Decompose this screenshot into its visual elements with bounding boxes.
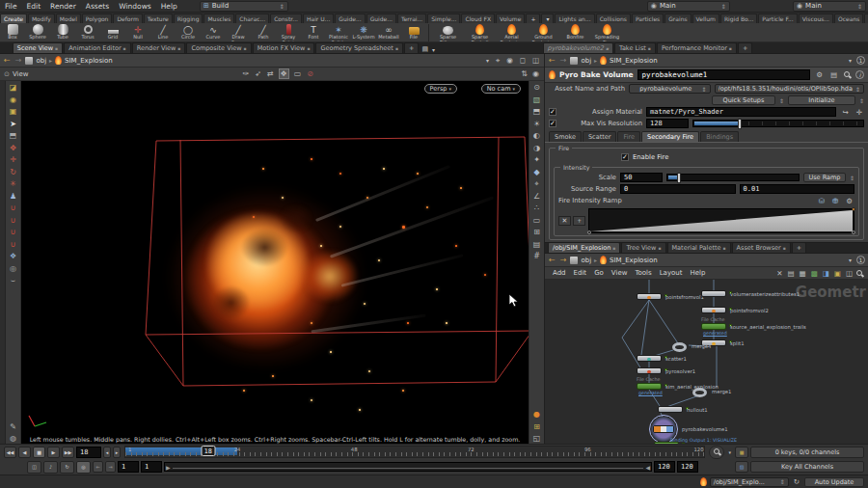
shelf-tab-charac[interactable]: Charac...: [235, 14, 269, 23]
jump-start-button[interactable]: ◀◀: [4, 447, 16, 458]
ramp-key-right[interactable]: [852, 207, 855, 211]
info-icon[interactable]: i: [855, 70, 864, 79]
shelf-tab-rigging[interactable]: Rigging: [174, 14, 203, 23]
shelf-tab-grains[interactable]: Grains: [665, 14, 691, 23]
color-palette-icon[interactable]: ▩: [809, 269, 820, 278]
net-breadcrumb-node[interactable]: SIM_Explosion: [610, 257, 658, 264]
network-tab-asset-browser[interactable]: Asset Browser▪: [732, 242, 791, 253]
normal-lighting-icon[interactable]: ◑: [533, 144, 540, 153]
shelf-tool-spray-paint[interactable]: Spray Paint: [276, 23, 301, 42]
network-node-pointsfromvol2[interactable]: pointsfromvol2: [701, 307, 726, 313]
net-pane-link-badge[interactable]: 1: [856, 256, 865, 264]
network-menu-layout[interactable]: Layout: [656, 267, 687, 280]
gallery-icon[interactable]: ▣: [10, 107, 17, 117]
network-box-icon[interactable]: ▣: [832, 269, 843, 278]
forward-icon[interactable]: →: [14, 56, 23, 65]
flipbook-icon[interactable]: ✎: [10, 422, 16, 432]
shelf-bowl-icon[interactable]: ⌣: [11, 276, 15, 285]
network-tab-obj-sim-explosion[interactable]: /obj/SIM_Explosion▪: [548, 242, 620, 253]
node-name-field[interactable]: pyrobakevolume1: [637, 69, 811, 80]
auto-update-button[interactable]: Auto Update: [804, 477, 864, 487]
range-end-icon[interactable]: ⇥: [105, 461, 116, 473]
viewport-layout-icon[interactable]: ◱: [533, 434, 541, 444]
pane-tab-pyrobakevolume2[interactable]: pyrobakevolume2▪: [543, 42, 613, 53]
shelf-tool-sphere[interactable]: Sphere: [25, 23, 50, 41]
render-region-icon[interactable]: ▧: [533, 95, 541, 105]
jump-to-operator-icon[interactable]: ↪: [840, 108, 850, 117]
breadcrumb-root[interactable]: obj: [36, 57, 46, 65]
shelf-tab-rigid-bo[interactable]: Rigid Bo...: [720, 14, 757, 23]
pane-tab-animation-editor[interactable]: Animation Editor▪: [64, 42, 131, 53]
asset-name-dropdown[interactable]: pyrobakevolume ⇕: [629, 84, 711, 94]
sculpt-tool-icon[interactable]: ➶: [254, 69, 262, 78]
lock-camera-icon[interactable]: ⬒: [533, 107, 541, 117]
shelf-tab-volume[interactable]: Volume: [496, 14, 525, 23]
construction-plane-icon[interactable]: ❖: [10, 252, 16, 261]
shelf-tab-modify[interactable]: Modify: [28, 14, 55, 23]
translate-icon[interactable]: ✛: [10, 155, 16, 165]
timeline-ruler[interactable]: 18 124487296120: [124, 446, 705, 458]
realtime-toggle-icon[interactable]: ◎: [76, 461, 91, 474]
shelf-set-selector-left[interactable]: ◉ Main ⇕: [647, 1, 730, 12]
shelf-tab-add-button[interactable]: +: [526, 14, 540, 23]
snap-multi-icon[interactable]: ∪: [11, 240, 16, 250]
shelf-tool-sparse-billowy-smoke[interactable]: Sparse Billowy Smoke: [432, 23, 464, 42]
shelf-tab-cloud-fx[interactable]: Cloud FX: [461, 14, 495, 23]
pane-tab-motion-fx-view[interactable]: Motion FX View▪: [253, 42, 315, 53]
shelf-set-selector-right[interactable]: ◉ Main ⇕: [793, 1, 866, 12]
params-breadcrumb-node[interactable]: SIM_Explosion: [610, 57, 658, 65]
handles-icon[interactable]: ✥: [10, 144, 16, 153]
menu-assets[interactable]: Assets: [81, 0, 114, 13]
snap-mode-icon[interactable]: ❖: [279, 68, 289, 79]
shelf-tab-texture[interactable]: Texture: [144, 14, 173, 23]
maximize-pane-icon[interactable]: ◻: [518, 56, 528, 65]
tab-menu-icon[interactable]: ▪: [307, 46, 310, 51]
play-reverse-button[interactable]: ◀: [18, 447, 31, 458]
search-icon[interactable]: [843, 70, 852, 79]
shelf-tool-file[interactable]: File: [401, 23, 426, 41]
playback-range-end-field[interactable]: 120: [654, 461, 675, 473]
display-options-icon[interactable]: ●: [533, 410, 540, 420]
quick-setups-spinner-icon[interactable]: ⇕: [779, 97, 784, 104]
enable-fire-checkbox[interactable]: ✓: [621, 153, 629, 161]
loop-icon[interactable]: ↻: [60, 461, 74, 474]
select-icon[interactable]: ➤: [10, 120, 16, 129]
viewport-3d[interactable]: Persp ▾ No cam ▾ Left mouse tumbles. Mid…: [21, 81, 529, 444]
tab-menu-icon[interactable]: ▪: [612, 246, 615, 251]
menu-windows[interactable]: Windows: [114, 0, 155, 13]
ramp-curve[interactable]: [588, 208, 854, 233]
split-pane-icon[interactable]: ◫: [530, 56, 541, 65]
shelf-tab-lights-an[interactable]: Lights an...: [555, 14, 594, 23]
network-tab-add-button[interactable]: +: [792, 242, 806, 253]
network-tab-tree-view[interactable]: Tree View▪: [621, 242, 665, 253]
maxvis-field[interactable]: 128: [646, 119, 689, 128]
network-node-nullout1[interactable]: nullout1: [658, 406, 683, 413]
shelf-tab-deform[interactable]: Deform: [113, 14, 142, 23]
shelf-tab-particle-f[interactable]: Particle F...: [758, 14, 797, 23]
shape-palette-icon[interactable]: ◨: [821, 269, 831, 278]
shelf-tab-model[interactable]: Model: [56, 14, 81, 23]
quick-setups-button[interactable]: Quick Setups: [712, 95, 775, 105]
secure-selection-icon[interactable]: ⬒: [10, 131, 17, 141]
angle-snap-icon[interactable]: ∠: [533, 192, 540, 202]
shelf-tool-platonic-solids[interactable]: ✶Platonic Solids: [326, 23, 351, 42]
net-forward-icon[interactable]: →: [559, 256, 568, 264]
menu-edit[interactable]: Edit: [22, 0, 46, 13]
reference-plane-icon[interactable]: ◎: [10, 264, 16, 274]
shelf-tool-torus[interactable]: Torus: [75, 23, 100, 41]
shelf-tab-viscous[interactable]: Viscous...: [799, 14, 833, 23]
pane-tab-performance-monitor[interactable]: Performance Monitor▪: [657, 42, 737, 53]
prev-frame-button[interactable]: ◂: [103, 447, 111, 458]
assign-material-field[interactable]: matnet/Pyro_Shader: [646, 107, 836, 117]
shelf-tool-path[interactable]: ╱Path: [251, 23, 276, 41]
shelf-tab-muscles[interactable]: Muscles: [203, 14, 234, 23]
origin-icon[interactable]: ⌖: [534, 179, 539, 189]
keys-info-button[interactable]: 0 keys, 0/0 channels: [750, 447, 864, 458]
snap-grid-icon[interactable]: ∪: [11, 203, 16, 213]
range-left-handle[interactable]: ▶: [166, 464, 171, 471]
refresh-icon[interactable]: ↻: [792, 477, 801, 486]
stop-button[interactable]: ■: [33, 447, 45, 458]
back-icon[interactable]: ←: [3, 56, 12, 65]
playback-range-start-field[interactable]: 1: [141, 461, 162, 473]
ramp-delete-point-button[interactable]: ✕: [558, 216, 571, 226]
